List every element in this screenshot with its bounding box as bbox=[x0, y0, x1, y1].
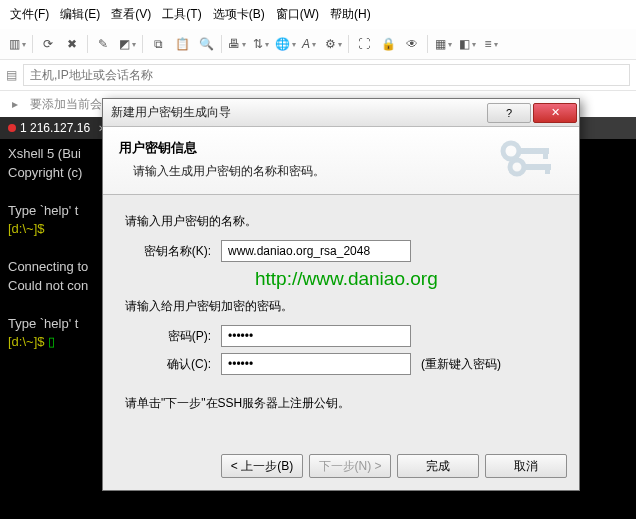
add-session-icon[interactable]: ▸ bbox=[6, 95, 24, 113]
menu-help[interactable]: 帮助(H) bbox=[326, 4, 375, 25]
dialog-body: 请输入用户密钥的名称。 密钥名称(K): http://www.daniao.o… bbox=[103, 195, 579, 446]
layout-icon[interactable]: ▦ bbox=[432, 33, 454, 55]
info-text: 请单击"下一步"在SSH服务器上注册公钥。 bbox=[125, 395, 557, 412]
lock-icon[interactable]: 🔒 bbox=[377, 33, 399, 55]
label-confirm: 确认(C): bbox=[125, 356, 221, 373]
color-icon[interactable]: ◩ bbox=[116, 33, 138, 55]
disconnect-icon[interactable]: ✖ bbox=[61, 33, 83, 55]
session-tab[interactable]: 1 216.127.16 ✕ bbox=[0, 117, 116, 139]
password-input[interactable] bbox=[221, 325, 411, 347]
prompt-name: 请输入用户密钥的名称。 bbox=[125, 213, 557, 230]
menu-tabs[interactable]: 选项卡(B) bbox=[209, 4, 269, 25]
font-icon[interactable]: A bbox=[298, 33, 320, 55]
finish-button[interactable]: 完成 bbox=[397, 454, 479, 478]
find-icon[interactable]: 🔍 bbox=[195, 33, 217, 55]
dialog-footer: < 上一步(B) 下一步(N) > 完成 取消 bbox=[103, 446, 579, 490]
more-icon[interactable]: ≡ bbox=[480, 33, 502, 55]
keyname-input[interactable] bbox=[221, 240, 411, 262]
keys-icon bbox=[495, 137, 565, 185]
confirm-hint: (重新键入密码) bbox=[421, 356, 501, 373]
cancel-button[interactable]: 取消 bbox=[485, 454, 567, 478]
tab-label: 1 216.127.16 bbox=[20, 121, 90, 135]
globe-icon[interactable]: 🌐 bbox=[274, 33, 296, 55]
menu-view[interactable]: 查看(V) bbox=[107, 4, 155, 25]
menu-file[interactable]: 文件(F) bbox=[6, 4, 53, 25]
svg-point-3 bbox=[510, 160, 524, 174]
dialog-banner: 用户密钥信息 请输入生成用户密钥的名称和密码。 bbox=[103, 127, 579, 195]
menubar: 文件(F) 编辑(E) 查看(V) 工具(T) 选项卡(B) 窗口(W) 帮助(… bbox=[0, 0, 636, 29]
confirm-input[interactable] bbox=[221, 353, 411, 375]
menu-window[interactable]: 窗口(W) bbox=[272, 4, 323, 25]
close-button[interactable]: ✕ bbox=[533, 103, 577, 123]
prompt-pass: 请输入给用户密钥加密的密码。 bbox=[125, 298, 557, 315]
svg-rect-5 bbox=[545, 164, 550, 174]
dialog-title: 新建用户密钥生成向导 bbox=[111, 104, 485, 121]
dialog-titlebar[interactable]: 新建用户密钥生成向导 ? ✕ bbox=[103, 99, 579, 127]
paste-icon[interactable]: 📋 bbox=[171, 33, 193, 55]
toolbar: ▥ ⟳ ✖ ✎ ◩ ⧉ 📋 🔍 🖶 ⇅ 🌐 A ⚙ ⛶ 🔒 👁 ▦ ◧ ≡ bbox=[0, 29, 636, 60]
reconnect-icon[interactable]: ⟳ bbox=[37, 33, 59, 55]
transfer-icon[interactable]: ⇅ bbox=[250, 33, 272, 55]
label-keyname: 密钥名称(K): bbox=[125, 243, 221, 260]
term-prompt: [d:\~]$ bbox=[8, 334, 48, 349]
menu-edit[interactable]: 编辑(E) bbox=[56, 4, 104, 25]
copy-icon[interactable]: ⧉ bbox=[147, 33, 169, 55]
menu-tools[interactable]: 工具(T) bbox=[158, 4, 205, 25]
next-button: 下一步(N) > bbox=[309, 454, 391, 478]
status-dot-icon bbox=[8, 124, 16, 132]
address-bar: ▤ bbox=[0, 60, 636, 91]
address-input[interactable] bbox=[23, 64, 630, 86]
new-session-icon[interactable]: ▥ bbox=[6, 33, 28, 55]
fullscreen-icon[interactable]: ⛶ bbox=[353, 33, 375, 55]
help-button[interactable]: ? bbox=[487, 103, 531, 123]
svg-rect-2 bbox=[543, 148, 548, 159]
print-icon[interactable]: 🖶 bbox=[226, 33, 248, 55]
label-password: 密码(P): bbox=[125, 328, 221, 345]
back-button[interactable]: < 上一步(B) bbox=[221, 454, 303, 478]
script-icon[interactable]: ⚙ bbox=[322, 33, 344, 55]
properties-icon[interactable]: ✎ bbox=[92, 33, 114, 55]
eye-icon[interactable]: 👁 bbox=[401, 33, 423, 55]
session-icon: ▤ bbox=[6, 68, 17, 82]
key-wizard-dialog: 新建用户密钥生成向导 ? ✕ 用户密钥信息 请输入生成用户密钥的名称和密码。 请… bbox=[102, 98, 580, 491]
watermark-text: http://www.daniao.org bbox=[255, 268, 557, 290]
cursor-icon: ▯ bbox=[48, 334, 55, 349]
svg-point-0 bbox=[503, 143, 519, 159]
panel-icon[interactable]: ◧ bbox=[456, 33, 478, 55]
